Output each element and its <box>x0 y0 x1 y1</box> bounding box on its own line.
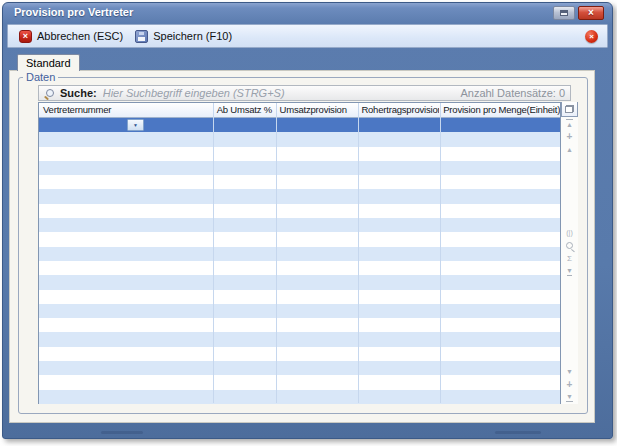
move-down-fast-icon[interactable] <box>561 378 578 391</box>
table-row[interactable] <box>39 275 560 289</box>
search-icon <box>44 88 55 99</box>
save-button-label: Speichern (F10) <box>153 30 232 42</box>
table-row[interactable] <box>39 390 560 404</box>
resize-grip-mark <box>495 431 541 434</box>
grid-body: ▼ <box>39 118 560 404</box>
save-floppy-icon <box>135 30 148 43</box>
data-table: VertreternummerAb Umsatz %Umsatzprovisio… <box>38 102 578 404</box>
column-header-3[interactable]: Rohertragsprovision <box>357 103 439 117</box>
table-row[interactable] <box>39 204 560 218</box>
table-row[interactable]: ▼ <box>39 118 560 132</box>
tab-page: Daten Suche: Anzahl Datensätze: 0 Vertre… <box>9 70 595 423</box>
column-chooser-button[interactable] <box>561 102 578 117</box>
table-row[interactable] <box>39 361 560 375</box>
table-row[interactable] <box>39 161 560 175</box>
restore-icon <box>560 10 568 16</box>
table-row[interactable] <box>39 147 560 161</box>
move-down-icon[interactable] <box>561 365 578 378</box>
filter-icon[interactable] <box>561 265 578 278</box>
column-header-1[interactable]: Ab Umsatz % <box>213 103 276 117</box>
restore-button[interactable] <box>553 6 575 20</box>
table-row[interactable] <box>39 132 560 146</box>
grid: VertreternummerAb Umsatz %Umsatzprovisio… <box>38 102 561 404</box>
column-header-0[interactable]: Vertreternummer <box>39 103 213 117</box>
cancel-button-label: Abbrechen (ESC) <box>37 30 123 42</box>
resize-grip-mark <box>101 431 143 434</box>
table-row[interactable] <box>39 332 560 346</box>
column-header-4[interactable]: Provision pro Menge(Einheit) <box>439 103 560 117</box>
brackets-icon[interactable] <box>561 226 578 239</box>
screen: Provision pro Vertreter × × Abbrechen (E… <box>0 0 617 446</box>
move-up-icon[interactable] <box>561 143 578 156</box>
column-header-2[interactable]: Umsatzprovision <box>276 103 358 117</box>
scroll-top-icon[interactable] <box>561 117 578 130</box>
side-toolbar-top-group <box>561 117 578 156</box>
table-row[interactable] <box>39 290 560 304</box>
scroll-bottom-icon[interactable] <box>561 391 578 404</box>
magnifier-icon[interactable] <box>561 239 578 252</box>
table-row[interactable] <box>39 304 560 318</box>
column-separator <box>213 103 214 403</box>
close-button[interactable]: × <box>578 6 604 20</box>
column-separator <box>276 103 277 403</box>
table-row[interactable] <box>39 347 560 361</box>
side-toolbar-middle-group <box>561 226 578 278</box>
search-label: Suche: <box>60 87 97 99</box>
save-button[interactable]: Speichern (F10) <box>130 28 239 45</box>
window-title: Provision pro Vertreter <box>14 6 133 18</box>
search-bar: Suche: Anzahl Datensätze: 0 <box>38 85 571 101</box>
dialog-window: Provision pro Vertreter × × Abbrechen (E… <box>2 2 613 439</box>
table-row[interactable] <box>39 375 560 389</box>
daten-groupbox: Daten Suche: Anzahl Datensätze: 0 Vertre… <box>18 77 588 414</box>
cancel-x-icon: × <box>19 30 32 43</box>
search-input[interactable] <box>103 87 461 99</box>
column-separator <box>358 103 359 403</box>
row-combo-dropdown[interactable]: ▼ <box>127 119 144 131</box>
column-separator <box>440 103 441 403</box>
title-bar[interactable]: Provision pro Vertreter × <box>3 3 612 23</box>
stop-icon[interactable]: × <box>585 30 598 43</box>
move-up-fast-icon[interactable] <box>561 130 578 143</box>
column-chooser-icon <box>565 105 574 113</box>
grid-side-toolbar <box>561 102 578 404</box>
side-toolbar-bottom-group <box>561 365 578 404</box>
table-row[interactable] <box>39 175 560 189</box>
sum-icon[interactable] <box>561 252 578 265</box>
toolbar: × Abbrechen (ESC) Speichern (F10) × <box>7 24 608 48</box>
cancel-button[interactable]: × Abbrechen (ESC) <box>14 28 130 45</box>
record-count-value: 0 <box>559 87 565 99</box>
table-row[interactable] <box>39 189 560 203</box>
table-row[interactable] <box>39 247 560 261</box>
table-row[interactable] <box>39 218 560 232</box>
record-count-label: Anzahl Datensätze: <box>460 87 555 99</box>
record-count: Anzahl Datensätze: 0 <box>460 87 565 99</box>
close-icon: × <box>588 7 594 19</box>
table-row[interactable] <box>39 232 560 246</box>
window-controls: × <box>553 6 604 20</box>
grid-header: VertreternummerAb Umsatz %Umsatzprovisio… <box>39 103 560 118</box>
table-row[interactable] <box>39 261 560 275</box>
groupbox-label: Daten <box>23 71 58 83</box>
tab-standard[interactable]: Standard <box>17 54 80 71</box>
table-row[interactable] <box>39 318 560 332</box>
